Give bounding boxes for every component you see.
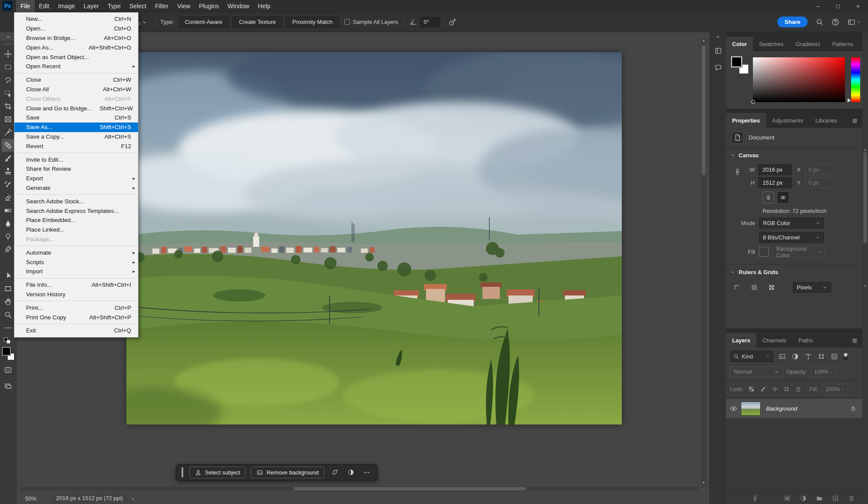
zoom-level[interactable]: 50% [25,495,45,502]
file-menu-item[interactable]: Search Adobe Express Templates... [14,206,138,216]
color-swatch-pair[interactable] [731,56,749,75]
layer-thumbnail[interactable] [741,401,761,416]
properties-panel-tab[interactable]: Libraries [809,113,843,128]
canvas-section-header[interactable]: Canvas [726,148,862,161]
properties-panel-tab[interactable]: Adjustments [766,113,809,128]
menubar-item[interactable]: Window [223,0,254,12]
delete-layer-icon[interactable] [847,494,856,503]
new-adjustment-layer-icon[interactable] [799,494,808,503]
file-menu-item[interactable]: Open As... Alt+Shift+Ctrl+O [14,43,138,52]
color-panel-tab[interactable]: Gradients [789,36,826,51]
width-input[interactable]: 2016 px [758,164,792,175]
file-menu-item[interactable] [14,192,138,196]
file-menu-item[interactable]: Revert F12 [14,141,138,151]
layer-visibility-toggle[interactable] [726,405,741,413]
hue-slider-marker[interactable] [848,98,851,103]
layer-name[interactable]: Background [766,405,797,412]
filter-type-layers-icon[interactable] [803,351,813,361]
new-layer-icon[interactable] [831,494,840,503]
layers-panel-tab[interactable]: Channels [756,333,792,348]
file-menu-item[interactable]: Scripts ▸ [14,257,138,267]
marquee-tool[interactable] [2,61,15,73]
screen-mode-button[interactable] [2,380,15,392]
path-selection-tool[interactable] [2,269,15,282]
file-menu-item[interactable] [14,151,138,155]
file-menu-item[interactable]: Close All Alt+Ctrl+W [14,85,138,94]
file-menu-item[interactable]: Import ▸ [14,267,138,276]
document-canvas-photo[interactable] [126,52,622,424]
move-tool[interactable] [2,48,15,60]
more-options-button[interactable] [361,469,372,476]
dodge-tool[interactable] [2,230,15,243]
layer-style-icon[interactable] [766,494,776,503]
color-panel-tab[interactable]: Swatches [753,36,789,51]
close-button[interactable]: × [848,0,868,12]
color-mode-select[interactable]: RGB Color [759,218,824,229]
eyedropper-tool[interactable] [2,126,15,139]
layer-filter-kind-select[interactable]: Kind [730,351,773,362]
filter-shape-layers-icon[interactable] [816,351,826,361]
file-menu-item[interactable]: Save Ctrl+S [14,113,138,123]
healing-type-button[interactable]: Create Texture [232,17,282,28]
zoom-tool[interactable] [2,308,15,321]
maximize-button[interactable]: □ [828,0,848,12]
menubar-item[interactable]: Layer [79,0,103,12]
sample-all-layers-checkbox[interactable] [344,19,350,25]
panel-menu-button[interactable] [847,113,862,128]
file-menu-item[interactable]: Package... [14,235,138,244]
panel-menu-button[interactable] [847,333,862,348]
filter-adjustment-layers-icon[interactable] [790,351,800,361]
edit-toolbar-button[interactable] [2,322,15,334]
horizontal-scroll-thumb[interactable] [294,487,526,491]
hue-slider[interactable] [851,57,860,102]
document-info[interactable]: 2016 px x 1512 px (72 ppi) [51,494,128,503]
clone-stamp-tool[interactable] [2,165,15,178]
file-menu-item[interactable] [14,322,138,326]
healing-type-button[interactable]: Content-Aware [178,17,229,28]
portrait-orientation-button[interactable] [762,192,774,203]
menubar-item[interactable]: File [16,0,35,12]
bit-depth-select[interactable]: 8 Bits/Channel [759,232,824,243]
layers-panel-tab[interactable]: Paths [792,333,819,348]
toggle-grid-button[interactable] [749,282,760,293]
file-menu-item[interactable]: Place Linked... [14,225,138,235]
share-button[interactable]: Share [777,17,808,27]
color-field-marker[interactable] [751,100,755,104]
toggle-transparency-button[interactable] [766,282,777,293]
minimize-button[interactable]: – [808,0,828,12]
menubar-item[interactable]: Image [54,0,79,12]
blur-tool[interactable] [2,217,15,230]
scroll-down-arrow[interactable]: ▼ [701,481,706,485]
foreground-background-swatches[interactable] [2,347,15,360]
layer-row-background[interactable]: Background [726,399,862,418]
file-menu-item[interactable]: Open as Smart Object... [14,52,138,62]
menubar-item[interactable]: Type [103,0,125,12]
libraries-panel-button[interactable] [712,44,725,57]
file-menu-item[interactable]: Automate ▸ [14,248,138,257]
history-brush-tool[interactable] [2,178,15,191]
file-menu-item[interactable]: Save As... Shift+Ctrl+S [14,123,138,132]
search-button[interactable] [816,18,823,26]
file-menu-item[interactable]: Exit Ctrl+Q [14,326,138,335]
file-menu-item[interactable]: Close and Go to Bridge... Shift+Ctrl+W [14,103,138,113]
sample-all-layers-option[interactable]: Sample All Layers [344,19,398,25]
menubar-item[interactable]: View [173,0,195,12]
units-select[interactable]: Pixels [793,282,831,293]
lasso-tool[interactable] [2,74,15,86]
lock-all-icon[interactable] [794,385,802,393]
toggle-rulers-button[interactable] [731,282,743,293]
panel-scroll-thumb[interactable] [863,152,867,243]
vertical-scroll-thumb[interactable] [702,45,706,176]
crop-tool[interactable] [2,100,15,113]
menubar-item[interactable]: Edit [35,0,54,12]
lock-transparent-pixels-icon[interactable] [747,385,755,393]
lock-artboard-icon[interactable] [782,385,790,393]
link-layers-icon[interactable] [750,494,760,503]
filter-pixel-layers-icon[interactable] [777,351,787,361]
lock-image-pixels-icon[interactable] [759,385,767,393]
properties-panel-tab[interactable]: Properties [726,113,766,128]
foreground-color-swatch[interactable] [2,347,10,355]
swap-colors-widget[interactable] [4,337,13,344]
file-menu-item[interactable]: Print... Ctrl+P [14,303,138,312]
menubar-item[interactable]: Help [254,0,275,12]
